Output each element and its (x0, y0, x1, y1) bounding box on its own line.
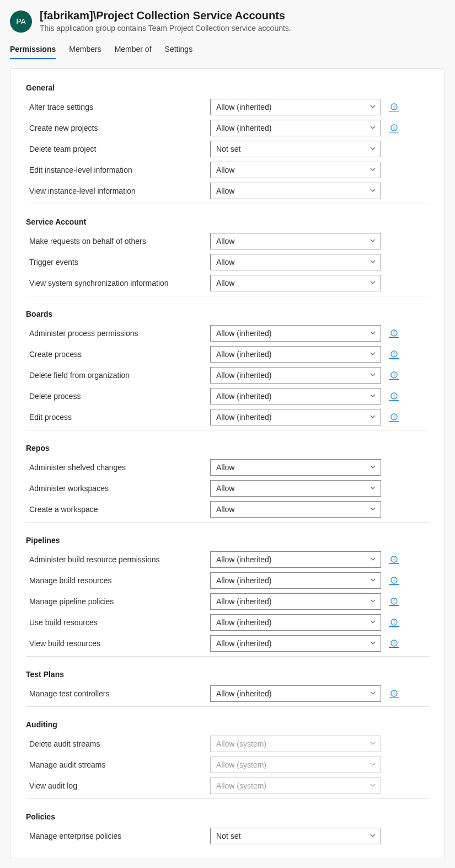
permission-select[interactable]: Allow (inherited) (210, 99, 381, 115)
tab-members[interactable]: Members (69, 41, 101, 59)
permission-label: View system synchronization information (26, 279, 202, 287)
permission-select[interactable]: Allow (inherited) (210, 325, 381, 342)
page-subtitle: This application group contains Team Pro… (40, 24, 291, 33)
permission-select[interactable]: Allow (210, 254, 381, 270)
svg-point-19 (393, 415, 394, 416)
permission-value: Allow (216, 484, 234, 493)
chevron-down-icon (370, 103, 376, 111)
permission-select[interactable]: Allow (inherited) (210, 593, 381, 610)
permission-label: Trigger events (26, 258, 202, 267)
permission-value: Allow (system) (216, 781, 266, 790)
permission-row: Administer workspacesAllow (26, 478, 429, 499)
section-title: Pipelines (26, 536, 429, 545)
chevron-down-icon (370, 760, 376, 769)
permission-select[interactable]: Allow (210, 501, 381, 518)
permission-value: Allow (inherited) (216, 618, 271, 627)
info-icon[interactable] (389, 576, 399, 585)
permission-select[interactable]: Allow (inherited) (210, 551, 381, 568)
permission-label: Manage enterprise policies (26, 832, 202, 840)
tab-member-of[interactable]: Member of (115, 41, 152, 59)
permission-value: Allow (inherited) (216, 124, 271, 132)
info-icon[interactable] (389, 350, 399, 359)
permission-row: Edit processAllow (inherited) (26, 407, 429, 428)
permission-select[interactable]: Allow (210, 162, 381, 178)
svg-point-37 (393, 691, 394, 693)
permission-value: Allow (system) (216, 739, 266, 748)
chevron-down-icon (370, 555, 376, 564)
section-pipelines: PipelinesAdminister build resource permi… (26, 527, 429, 657)
permission-value: Allow (216, 187, 234, 195)
svg-point-10 (393, 352, 394, 353)
permission-label: Create a workspace (26, 505, 202, 514)
chevron-down-icon (370, 392, 376, 401)
permission-select[interactable]: Allow (inherited) (210, 409, 381, 425)
permission-value: Allow (inherited) (216, 689, 271, 698)
info-icon[interactable] (389, 103, 399, 111)
chevron-down-icon (370, 597, 376, 606)
svg-rect-11 (393, 353, 394, 355)
chevron-down-icon (370, 187, 376, 195)
permission-label: Delete field from organization (26, 371, 202, 380)
permission-label: Administer build resource permissions (26, 555, 202, 564)
chevron-down-icon (370, 124, 376, 132)
info-icon[interactable] (389, 392, 399, 401)
permission-label: Create new projects (26, 124, 202, 132)
permission-select[interactable]: Not set (210, 141, 381, 157)
section-policies: PoliciesManage enterprise policiesNot se… (26, 803, 429, 846)
tab-permissions[interactable]: Permissions (10, 41, 56, 59)
permission-value: Allow (inherited) (216, 350, 271, 359)
info-icon[interactable] (389, 597, 399, 606)
permission-value: Allow (216, 166, 234, 174)
permission-select[interactable]: Allow (inherited) (210, 572, 381, 589)
svg-point-16 (393, 394, 394, 395)
section-title: Boards (26, 310, 429, 318)
permission-select[interactable]: Allow (210, 275, 381, 291)
section-title: Policies (26, 812, 429, 821)
info-icon[interactable] (389, 413, 399, 422)
svg-rect-29 (393, 600, 394, 603)
info-icon[interactable] (389, 124, 399, 132)
permission-select[interactable]: Allow (inherited) (210, 346, 381, 363)
permission-select[interactable]: Allow (inherited) (210, 614, 381, 631)
svg-point-1 (393, 105, 394, 106)
permission-value: Allow (216, 279, 234, 287)
svg-rect-14 (393, 374, 394, 376)
avatar: PA (10, 10, 32, 33)
permission-select[interactable]: Allow (210, 233, 381, 249)
permission-select[interactable]: Allow (210, 480, 381, 497)
section-title: Auditing (26, 720, 429, 729)
permission-select[interactable]: Allow (inherited) (210, 367, 381, 384)
info-icon[interactable] (389, 618, 399, 627)
permission-select[interactable]: Not set (210, 828, 381, 844)
permission-select[interactable]: Allow (inherited) (210, 388, 381, 404)
permission-select[interactable]: Allow (inherited) (210, 685, 381, 702)
permission-row: View system synchronization informationA… (26, 273, 429, 294)
svg-rect-5 (393, 127, 394, 129)
permission-value: Allow (inherited) (216, 597, 271, 606)
permission-row: Administer build resource permissionsAll… (26, 549, 429, 570)
page-header: PA [fabrikam]\Project Collection Service… (10, 6, 445, 38)
permission-row: Manage audit streamsAllow (system) (26, 754, 429, 775)
info-icon[interactable] (389, 689, 399, 698)
permission-row: Make requests on behalf of othersAllow (26, 231, 429, 252)
svg-rect-8 (393, 332, 394, 334)
info-icon[interactable] (389, 639, 399, 648)
permission-row: Delete team projectNot set (26, 139, 429, 159)
permission-select[interactable]: Allow (inherited) (210, 120, 381, 136)
svg-point-7 (393, 331, 394, 332)
tab-settings[interactable]: Settings (165, 41, 193, 59)
permissions-panel: GeneralAlter trace settingsAllow (inheri… (10, 68, 445, 859)
permission-select[interactable]: Allow (inherited) (210, 635, 381, 652)
info-icon[interactable] (389, 555, 399, 564)
permission-select[interactable]: Allow (210, 459, 381, 476)
permission-select[interactable]: Allow (210, 183, 381, 199)
info-icon[interactable] (389, 329, 399, 338)
permission-row: Edit instance-level informationAllow (26, 159, 429, 180)
permission-row: Create new projectsAllow (inherited) (26, 118, 429, 139)
chevron-down-icon (370, 166, 376, 174)
chevron-down-icon (370, 689, 376, 698)
svg-point-22 (393, 557, 394, 558)
info-icon[interactable] (389, 371, 399, 380)
chevron-down-icon (370, 618, 376, 627)
svg-rect-23 (393, 558, 394, 561)
